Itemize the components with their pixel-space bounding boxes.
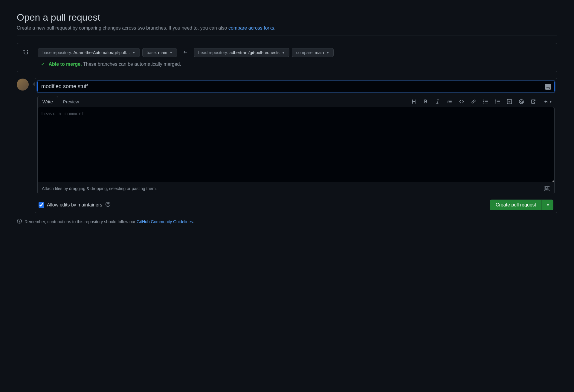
merge-status: ✓ Able to merge. These branches can be a… [23, 61, 551, 67]
community-guidelines-link[interactable]: GitHub Community Guidelines [137, 219, 193, 224]
compare-branch-value: main [315, 50, 324, 55]
cross-reference-icon[interactable] [531, 99, 536, 104]
create-pr-button-group: Create pull request ▼ [490, 200, 553, 210]
svg-point-0 [483, 100, 484, 101]
dropdown-caret-icon: ▼ [170, 51, 172, 54]
help-icon[interactable] [105, 202, 111, 208]
link-icon[interactable] [471, 99, 476, 104]
password-manager-icon[interactable]: •••2 [545, 84, 551, 90]
footer-suffix: . [193, 219, 194, 224]
base-repo-label: base repository: [42, 50, 72, 55]
page-subtitle: Create a new pull request by comparing c… [17, 25, 557, 36]
git-compare-icon [23, 50, 28, 56]
dropdown-caret-icon: ▼ [546, 203, 549, 207]
footer-prefix: Remember, contributions to this reposito… [25, 219, 137, 224]
svg-point-1 [483, 101, 484, 102]
svg-point-8 [108, 205, 108, 206]
compare-branch-label: compare: [296, 50, 314, 55]
branch-range-editor: base repository: Adam-the-Automator/git-… [17, 43, 557, 72]
avatar [17, 79, 29, 91]
arrow-left-icon [183, 50, 188, 56]
svg-text:3: 3 [495, 102, 496, 104]
page-title: Open a pull request [17, 12, 557, 23]
subtitle-suffix: . [274, 25, 275, 30]
ordered-list-icon[interactable]: 123 [495, 99, 500, 104]
base-branch-selector[interactable]: base: main ▼ [142, 48, 177, 57]
merge-able-label: Able to merge. [48, 62, 82, 67]
mention-icon[interactable] [519, 99, 524, 104]
dropdown-caret-icon: ▼ [549, 100, 552, 103]
dropdown-caret-icon: ▼ [132, 51, 135, 54]
create-pr-dropdown[interactable]: ▼ [541, 200, 553, 210]
base-branch-value: main [158, 50, 167, 55]
base-repo-value: Adam-the-Automator/git-pull… [74, 50, 130, 55]
attach-hint-text: Attach files by dragging & dropping, sel… [42, 186, 157, 191]
base-branch-label: base: [147, 50, 157, 55]
pr-body-textarea[interactable] [38, 107, 554, 182]
check-icon: ✓ [41, 62, 45, 67]
pr-title-input[interactable] [37, 81, 555, 92]
head-repo-selector[interactable]: head repository: adbertram/git-pull-requ… [194, 48, 289, 57]
dropdown-caret-icon: ▼ [282, 51, 285, 54]
allow-edits-row[interactable]: Allow edits by maintainers [39, 202, 111, 208]
tab-write[interactable]: Write [37, 96, 58, 107]
tasklist-icon[interactable] [507, 99, 512, 104]
create-pr-button[interactable]: Create pull request [490, 200, 541, 210]
reply-icon[interactable]: ▼ [543, 99, 552, 104]
markdown-icon[interactable]: M↓ [544, 186, 550, 191]
italic-icon[interactable] [435, 99, 440, 104]
code-icon[interactable] [459, 99, 464, 104]
attach-files-hint[interactable]: Attach files by dragging & dropping, sel… [38, 183, 554, 194]
quote-icon[interactable] [447, 99, 452, 104]
subtitle-text: Create a new pull request by comparing c… [17, 25, 228, 30]
merge-detail: These branches can be automatically merg… [83, 62, 181, 67]
allow-edits-checkbox[interactable] [39, 202, 44, 208]
base-repo-selector[interactable]: base repository: Adam-the-Automator/git-… [38, 48, 140, 57]
head-repo-value: adbertram/git-pull-requests [230, 50, 280, 55]
dropdown-caret-icon: ▼ [326, 51, 329, 54]
new-pr-form: •••2 Write Preview [35, 78, 557, 213]
bold-icon[interactable] [423, 99, 428, 104]
compare-forks-link[interactable]: compare across forks [228, 25, 274, 30]
allow-edits-label: Allow edits by maintainers [47, 202, 102, 208]
info-icon [17, 218, 22, 225]
heading-icon[interactable] [411, 99, 416, 104]
markdown-toolbar: 123 ▼ [411, 99, 555, 104]
compare-branch-selector[interactable]: compare: main ▼ [292, 48, 334, 57]
unordered-list-icon[interactable] [483, 99, 488, 104]
svg-point-2 [483, 103, 484, 104]
tab-preview[interactable]: Preview [58, 96, 84, 107]
head-repo-label: head repository: [198, 50, 228, 55]
guidelines-footer: Remember, contributions to this reposito… [17, 218, 557, 225]
svg-point-10 [19, 220, 20, 220]
